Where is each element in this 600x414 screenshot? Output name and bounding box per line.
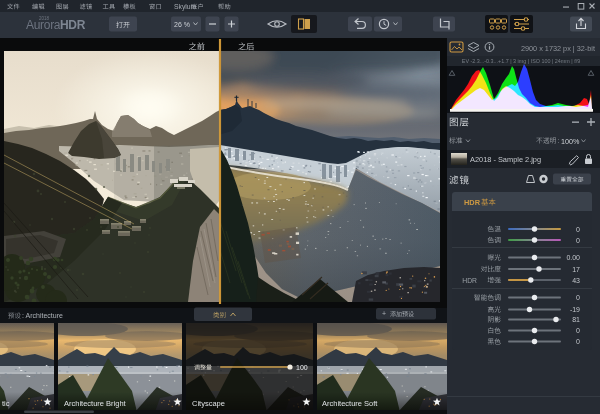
- svg-text:17: 17: [572, 266, 580, 273]
- svg-text::: :: [558, 137, 560, 144]
- svg-text:+: +: [382, 310, 386, 317]
- svg-text:Skylum: Skylum: [174, 3, 197, 11]
- svg-text:0.00: 0.00: [566, 254, 580, 261]
- svg-text:43: 43: [572, 277, 580, 284]
- svg-text:Architecture Bright: Architecture Bright: [64, 399, 127, 408]
- svg-text:100%: 100%: [561, 137, 580, 146]
- svg-text:tic: tic: [2, 399, 10, 408]
- svg-text:0: 0: [576, 338, 580, 345]
- svg-text:0: 0: [576, 294, 580, 301]
- svg-text:EV -2.3...-0.3...+1.7 | 3 im: EV -2.3...-0.3...+1.7 | 3 img | ISO 100 …: [462, 58, 580, 64]
- svg-text:100: 100: [296, 364, 308, 371]
- svg-text:: Architecture: : Architecture: [22, 312, 63, 319]
- svg-text:-19: -19: [570, 306, 580, 313]
- svg-text:A2018 - Sample 2.jpg: A2018 - Sample 2.jpg: [470, 155, 541, 164]
- svg-text:HDR: HDR: [462, 277, 477, 284]
- svg-text:0: 0: [576, 226, 580, 233]
- svg-text:Architecture Soft: Architecture Soft: [322, 399, 378, 408]
- svg-text:0: 0: [576, 327, 580, 334]
- svg-text:Cityscape: Cityscape: [192, 399, 225, 408]
- svg-text:2900 x 1732 px | 32-bit: 2900 x 1732 px | 32-bit: [521, 44, 595, 53]
- svg-text:HDR: HDR: [464, 198, 481, 207]
- svg-text:26 %: 26 %: [174, 21, 190, 28]
- svg-text:81: 81: [572, 316, 580, 323]
- svg-text:0: 0: [576, 237, 580, 244]
- svg-text:HDR: HDR: [60, 18, 86, 32]
- svg-text:2018: 2018: [39, 16, 50, 21]
